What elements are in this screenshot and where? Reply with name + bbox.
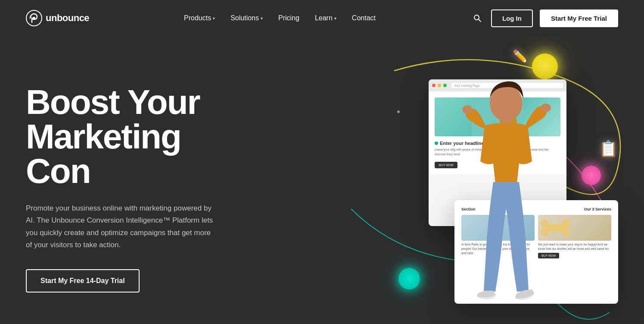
svg-point-22 [541,104,551,112]
hero-section: Boost Your Marketing Con Promote your bu… [0,36,644,324]
bone-illustration [538,215,572,241]
mockup2-section-label: Section [461,207,476,211]
svg-point-4 [397,110,400,113]
mockup2-header: Section Our 3 Services [461,207,611,211]
svg-point-11 [506,114,508,116]
mockup-content: Enter your headline here Leave your dog … [429,91,566,174]
pencil-icon: ✏️ [513,49,528,63]
pink-orb-decoration [582,166,601,185]
mockup-headline: Enter your headline here [435,141,560,146]
logo-link[interactable]: unbounce [26,10,89,26]
svg-rect-20 [501,118,511,127]
svg-point-9 [502,108,508,116]
mockup-subtext: Leave your dog with peace of mind. We gi… [435,148,560,157]
svg-point-23 [477,291,496,299]
browser-dot-red [432,84,436,87]
mockup-browser-bar: Your Landing Page [429,79,566,91]
notebook-icon: 📋 [599,140,618,158]
nav-products[interactable]: Products ▾ [184,14,215,22]
svg-point-8 [503,109,513,119]
mockup2-buy-btn: BUY NOW [538,253,559,258]
svg-point-16 [541,228,548,236]
hero-content: Boost Your Marketing Con Promote your bu… [26,85,215,292]
nav-right: Log In Start My Free Trial [470,9,618,27]
mockup2-img2 [538,215,611,241]
hero-description: Promote your business online with market… [26,202,215,251]
search-icon [473,14,482,22]
mockup2-text1: Is here Paws is great for dogs, but it's… [461,242,535,255]
nav-solutions[interactable]: Solutions ▾ [230,14,263,22]
solutions-chevron-icon: ▾ [261,16,263,21]
products-chevron-icon: ▾ [213,16,215,21]
svg-point-7 [500,115,517,128]
login-button[interactable]: Log In [491,9,533,27]
svg-point-12 [510,114,512,116]
svg-rect-6 [472,98,523,136]
nav-learn[interactable]: Learn ▾ [315,14,336,22]
nav-contact[interactable]: Contact [352,14,376,22]
hero-person [446,71,566,324]
teal-orb-decoration [398,268,420,289]
triangle-decoration [510,268,520,278]
svg-point-5 [608,246,611,249]
svg-point-17 [562,220,570,227]
brand-name: unbounce [46,13,89,24]
svg-point-24 [515,289,535,302]
navbar: unbounce Products ▾ Solutions ▾ Pricing … [0,0,644,36]
svg-rect-14 [546,224,565,231]
mockup2-services-label: Our 3 Services [584,207,611,211]
mockup2-img1 [461,215,535,241]
mockup2-col2: We just want to make your dog to be happ… [538,215,611,258]
person-illustration [450,75,562,324]
search-button[interactable] [470,11,484,25]
landing-page-mockup-second: Section Our 3 Services Is here Paws is g… [454,200,618,304]
svg-point-18 [562,228,570,236]
dog-illustration [472,98,523,136]
svg-point-13 [507,116,510,119]
svg-point-1 [33,17,35,19]
svg-point-21 [462,105,473,114]
browser-url-bar: Your Landing Page [451,83,563,88]
nav-trial-button[interactable]: Start My Free Trial [540,9,618,27]
svg-point-10 [509,107,515,115]
browser-dot-green [443,84,447,87]
headline-dot [435,142,438,145]
nav-links: Products ▾ Solutions ▾ Pricing Learn ▾ C… [184,14,376,22]
mockup2-grid: Is here Paws is great for dogs, but it's… [461,215,611,258]
nav-pricing[interactable]: Pricing [278,14,299,22]
learn-chevron-icon: ▾ [334,16,336,21]
yellow-orb-decoration [532,53,558,79]
hero-cta-button[interactable]: Start My Free 14-Day Trial [26,269,140,293]
mockup2-text2: We just want to make your dog to be happ… [538,242,611,251]
hero-title: Boost Your Marketing Con [26,85,215,189]
svg-point-15 [541,220,548,227]
hero-curves-decoration [308,36,644,324]
landing-page-mockup-main: Your Landing Page Enter yo [429,79,566,226]
mockup-cta: BUY NOW [435,162,457,168]
svg-line-3 [479,19,481,22]
svg-point-19 [490,85,523,121]
mockup2-col1: Is here Paws is great for dogs, but it's… [461,215,535,258]
mockup-hero-image [435,98,560,136]
browser-dot-yellow [438,84,441,87]
